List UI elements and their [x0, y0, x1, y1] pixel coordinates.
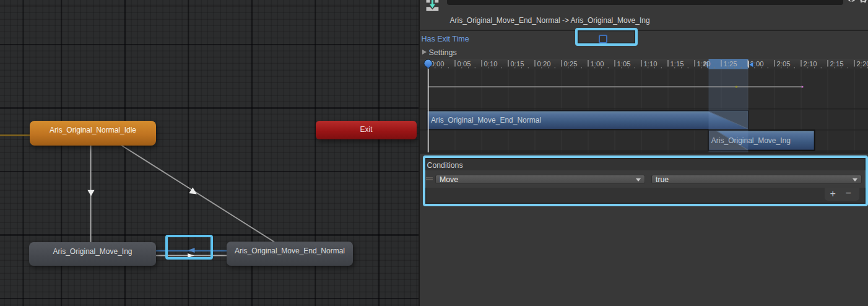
svg-text:1:25: 1:25 — [724, 60, 737, 68]
svg-text:0:10: 0:10 — [484, 60, 498, 68]
svg-text:0:15: 0:15 — [511, 60, 524, 68]
svg-text:0:25: 0:25 — [564, 60, 578, 68]
svg-text:2:05: 2:05 — [777, 60, 791, 68]
svg-text:1:05: 1:05 — [617, 60, 631, 68]
svg-text:0:20: 0:20 — [537, 60, 551, 68]
svg-text:2:10: 2:10 — [804, 60, 817, 68]
svg-text:0:00: 0:00 — [431, 60, 445, 68]
svg-text:1:15: 1:15 — [671, 60, 684, 68]
svg-text:1:00: 1:00 — [591, 60, 604, 68]
svg-text:Aris_Original_Move_End_Normal: Aris_Original_Move_End_Normal — [431, 116, 541, 125]
svg-text:0:05: 0:05 — [458, 60, 471, 68]
svg-text:1:20: 1:20 — [697, 60, 711, 68]
svg-text:1:10: 1:10 — [644, 60, 658, 68]
svg-text:2:20: 2:20 — [857, 60, 868, 68]
svg-text:2:15: 2:15 — [830, 60, 844, 68]
